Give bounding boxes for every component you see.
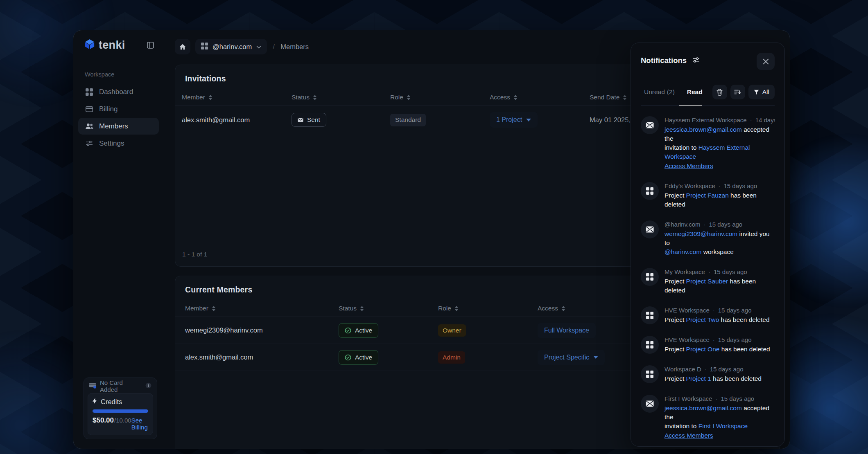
access-members-link[interactable]: Access Members <box>665 431 713 440</box>
cube-logo-icon <box>84 39 95 51</box>
access-members-link[interactable]: Access Members <box>665 162 713 171</box>
workspace-grid-icon <box>641 365 659 383</box>
mail-icon <box>298 118 303 122</box>
notification-meta: My Workspace·15 days ago <box>665 268 775 275</box>
status-badge-sent: Sent <box>292 113 326 127</box>
brand-logo: tenki <box>84 39 125 52</box>
status-badge-active: Active <box>339 323 378 338</box>
credits-label: Credits <box>101 398 122 406</box>
notification-text: Project Project 1 has been deleted <box>665 374 775 383</box>
sidebar-collapse-icon[interactable] <box>145 40 156 50</box>
notification-text: wemegi2309@harinv.com invited you to@har… <box>665 229 775 256</box>
column-header-status[interactable]: Status <box>339 305 438 312</box>
tab-unread[interactable]: Unread(2) <box>644 88 675 96</box>
column-header-access[interactable]: Access <box>490 94 590 101</box>
brand-name: tenki <box>99 39 125 52</box>
workspace-grid-icon <box>641 268 659 286</box>
sort-icon <box>212 306 215 311</box>
notification-meta: Eddy's Workspace·15 days ago <box>665 182 775 189</box>
credits-box: Credits $50.00 /10.00 See Billing <box>88 393 153 435</box>
invitation-member-email: alex.smith@gmail.com <box>182 116 250 124</box>
credits-limit: /10.00 <box>114 417 131 424</box>
workspace-name: @harinv.com <box>212 43 252 51</box>
column-header-member[interactable]: Member <box>182 94 292 101</box>
notification-text: Project Project Fauzan has been deleted <box>665 191 775 209</box>
member-email: wemegi2309@harinv.com <box>185 326 263 334</box>
sidebar-item-label: Billing <box>99 105 118 113</box>
settings-icon <box>85 141 94 146</box>
access-dropdown[interactable]: Project Specific <box>538 350 605 365</box>
chevron-down-icon <box>593 356 598 359</box>
see-billing-link[interactable]: See Billing <box>131 417 148 431</box>
sidebar-item-dashboard[interactable]: Dashboard <box>78 83 159 100</box>
sidebar-item-settings[interactable]: Settings <box>78 135 159 152</box>
access-label[interactable]: Full Workspace <box>538 323 596 338</box>
sort-icon <box>623 95 626 100</box>
invitations-title: Invitations <box>185 74 226 83</box>
notifications-tabs: Unread(2) Read All <box>641 85 775 106</box>
home-button[interactable] <box>175 39 190 54</box>
sort-notifications-button[interactable] <box>730 85 745 99</box>
credits-amount-row: $50.00 /10.00 See Billing <box>93 416 148 431</box>
sidebar-nav: Workspace Dashboard Billing Members <box>73 60 164 378</box>
sliders-icon[interactable] <box>692 57 700 64</box>
mail-icon <box>641 220 659 238</box>
notification-meta: Workspace D·15 days ago <box>665 366 775 373</box>
credit-card-icon <box>89 383 97 390</box>
close-button[interactable] <box>757 53 775 70</box>
column-header-role[interactable]: Role <box>438 305 538 312</box>
credits-row: Credits <box>93 397 148 406</box>
sort-icon <box>209 95 212 100</box>
mail-icon <box>641 395 659 413</box>
sidebar-item-members[interactable]: Members <box>78 118 159 135</box>
notification-meta: @harinv.com·15 days ago <box>665 221 775 228</box>
dashboard-icon <box>85 88 94 96</box>
info-icon[interactable] <box>145 382 151 390</box>
tab-read[interactable]: Read <box>687 88 703 96</box>
sort-icon <box>407 95 410 100</box>
grid-icon <box>201 43 208 51</box>
column-header-status[interactable]: Status <box>292 94 390 101</box>
sidebar-item-label: Dashboard <box>99 88 133 96</box>
sort-icon <box>313 95 316 100</box>
sidebar-item-label: Members <box>99 122 128 130</box>
chevron-down-icon <box>256 43 261 50</box>
notification-item[interactable]: My Workspace·15 days agoProject Project … <box>641 268 775 295</box>
notification-item[interactable]: Workspace D·15 days agoProject Project 1… <box>641 365 775 383</box>
notification-item[interactable]: HVE Workspace·15 days agoProject Project… <box>641 306 775 324</box>
delete-notifications-button[interactable] <box>712 85 727 99</box>
notification-item[interactable]: @harinv.com·15 days agowemegi2309@harinv… <box>641 220 775 256</box>
notification-item[interactable]: Eddy's Workspace·15 days agoProject Proj… <box>641 182 775 209</box>
notification-meta: HVE Workspace·15 days ago <box>665 307 775 314</box>
sidebar: tenki Workspace Dashboard Billing <box>73 30 164 449</box>
workspace-switcher[interactable]: @harinv.com <box>195 39 267 54</box>
notification-text: jeessica.brown@gmail.com accepted theinv… <box>665 404 775 431</box>
workspace-grid-icon <box>641 182 659 200</box>
workspace-grid-icon <box>641 336 659 354</box>
column-header-role[interactable]: Role <box>390 94 490 101</box>
sidebar-item-label: Settings <box>99 139 124 148</box>
role-badge-admin: Admin <box>438 351 465 364</box>
credits-amount: $50.00 <box>93 416 114 425</box>
check-circle-icon <box>345 327 351 334</box>
breadcrumb-page: Members <box>280 43 309 51</box>
notification-text: Project Project Two has been deleted <box>665 315 775 324</box>
notification-list: Hayssem External Workspace·14 days agoje… <box>641 116 775 440</box>
filter-all-button[interactable]: All <box>748 85 775 99</box>
no-card-label: No Card Added <box>100 379 139 393</box>
current-members-title: Current Members <box>185 285 252 294</box>
trash-icon <box>717 89 723 96</box>
role-badge: Standard <box>390 114 426 126</box>
sidebar-item-billing[interactable]: Billing <box>78 101 159 117</box>
notification-text: jeessica.brown@gmail.com accepted theinv… <box>665 125 775 161</box>
sort-descending-icon <box>734 89 741 95</box>
sort-icon <box>360 306 364 311</box>
notification-item[interactable]: First I Workspace·15 days agojeessica.br… <box>641 395 775 440</box>
billing-icon <box>85 106 94 112</box>
notification-item[interactable]: HVE Workspace·15 days agoProject Project… <box>641 336 775 354</box>
access-dropdown[interactable]: 1 Project <box>490 112 538 128</box>
credits-card: No Card Added Credits $50.00 <box>84 378 157 439</box>
column-header-member[interactable]: Member <box>185 305 339 312</box>
notification-item[interactable]: Hayssem External Workspace·14 days agoje… <box>641 116 775 171</box>
active-tab-underline <box>679 105 702 106</box>
